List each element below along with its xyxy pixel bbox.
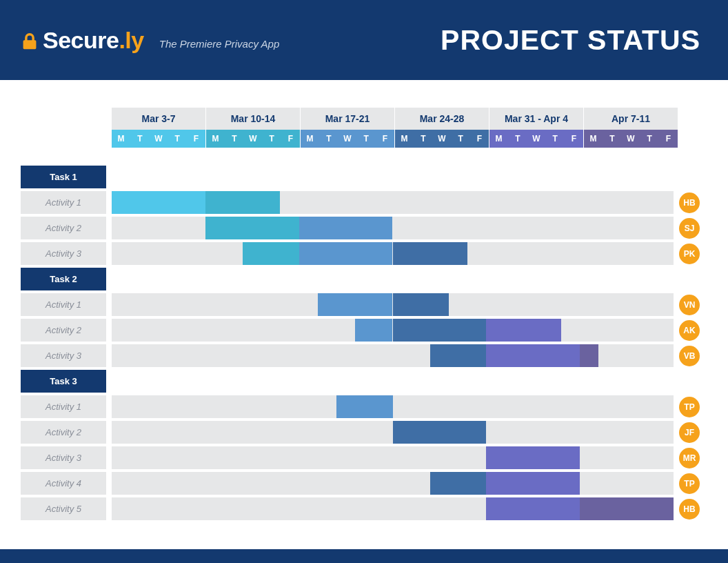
activity-row: Activity 3MR: [21, 445, 707, 471]
day-row: MTWTF: [584, 130, 678, 148]
owner-avatar: TP: [679, 397, 700, 417]
gantt-segment: [486, 446, 580, 469]
gantt-track: [112, 344, 674, 367]
task-header-row: Task 1: [21, 164, 707, 190]
week-label: Mar 31 - Apr 4: [489, 108, 583, 130]
day-cell: T: [452, 130, 470, 148]
tagline: The Premiere Privacy App: [159, 38, 280, 50]
activity-label: Activity 1: [21, 395, 106, 418]
gantt-segment: [486, 344, 580, 367]
brand-ly: ly: [125, 27, 143, 53]
footer-bar: [0, 549, 728, 563]
day-cell: M: [301, 130, 319, 148]
activity-label: Activity 2: [21, 319, 106, 342]
gantt-chart: Mar 3-7MTWTFMar 10-14MTWTFMar 17-21MTWTF…: [0, 80, 728, 549]
day-cell: F: [659, 130, 678, 148]
activity-row: Activity 3VB: [21, 343, 707, 368]
gantt-segment: [336, 395, 393, 418]
day-cell: F: [376, 130, 394, 148]
week-label: Mar 24-28: [395, 108, 489, 130]
gantt-track: [112, 319, 674, 342]
activity-row: Activity 2AK: [21, 317, 707, 343]
task-header-row: Task 2: [21, 266, 707, 292]
owner-avatar: SJ: [679, 218, 700, 239]
activity-row: Activity 3PK: [21, 241, 707, 266]
week-column: Mar 24-28MTWTF: [395, 108, 489, 148]
day-cell: T: [357, 130, 376, 148]
gantt-track: [112, 242, 674, 265]
activity-row: Activity 2SJ: [21, 215, 707, 241]
day-cell: W: [621, 130, 640, 148]
activity-row: Activity 1VN: [21, 292, 707, 317]
task-label: Task 2: [21, 268, 106, 290]
day-cell: W: [338, 130, 356, 148]
gantt-segment: [318, 293, 393, 316]
gantt-segment: [299, 242, 393, 265]
day-cell: W: [432, 130, 451, 148]
gantt-segment: [430, 344, 487, 367]
day-cell: F: [470, 130, 489, 148]
day-cell: M: [395, 130, 414, 148]
gantt-segment: [205, 191, 281, 214]
day-cell: M: [206, 130, 225, 148]
day-cell: T: [225, 130, 243, 148]
owner-avatar: AK: [679, 320, 700, 341]
owner-avatar: JF: [679, 422, 700, 443]
app-header: Secure.ly The Premiere Privacy App PROJE…: [0, 0, 728, 80]
owner-avatar: TP: [679, 473, 700, 494]
gantt-segment: [393, 421, 487, 444]
gantt-segment: [486, 319, 561, 342]
task-header-row: Task 3: [21, 368, 707, 394]
gantt-track: [112, 395, 674, 418]
gantt-segment: [393, 293, 449, 316]
day-cell: T: [168, 130, 187, 148]
gantt-segment: [430, 472, 487, 495]
activity-label: Activity 3: [21, 344, 106, 367]
gantt-track: [112, 497, 674, 520]
day-row: MTWTF: [301, 130, 394, 148]
gantt-track: [112, 217, 674, 239]
day-cell: W: [149, 130, 168, 148]
week-label: Mar 17-21: [301, 108, 394, 130]
week-column: Mar 17-21MTWTF: [301, 108, 394, 148]
day-cell: M: [489, 130, 508, 148]
day-cell: T: [263, 130, 281, 148]
week-column: Mar 10-14MTWTF: [206, 108, 300, 148]
gantt-track: [112, 472, 674, 495]
gantt-segment: [393, 319, 487, 342]
owner-avatar: HB: [679, 192, 700, 213]
week-label: Mar 3-7: [112, 108, 205, 130]
brand-block: Secure.ly The Premiere Privacy App: [22, 27, 279, 54]
activity-row: Activity 4TP: [21, 471, 707, 496]
gantt-track: [112, 446, 674, 469]
gantt-rows: Task 1Activity 1HBActivity 2SJActivity 3…: [21, 164, 707, 522]
task-label: Task 1: [21, 166, 106, 188]
day-row: MTWTF: [112, 130, 205, 148]
brand-secure: Secure: [43, 27, 119, 53]
activity-row: Activity 1HB: [21, 190, 707, 215]
brand-name: Secure.ly: [43, 27, 144, 54]
day-cell: W: [243, 130, 262, 148]
gantt-segment: [243, 242, 299, 265]
gantt-track: [112, 293, 674, 316]
day-row: MTWTF: [489, 130, 583, 148]
owner-avatar: MR: [679, 448, 700, 468]
activity-row: Activity 2JF: [21, 419, 707, 445]
owner-avatar: VN: [679, 295, 700, 315]
day-row: MTWTF: [206, 130, 300, 148]
day-cell: T: [546, 130, 565, 148]
activity-label: Activity 1: [21, 293, 106, 316]
gantt-segment: [112, 191, 205, 214]
day-cell: T: [414, 130, 432, 148]
gantt-segment: [355, 319, 392, 342]
gantt-segment: [393, 242, 468, 265]
activity-label: Activity 3: [21, 446, 106, 469]
activity-label: Activity 4: [21, 472, 106, 495]
activity-row: Activity 5HB: [21, 496, 707, 522]
activity-label: Activity 2: [21, 217, 106, 239]
day-cell: M: [584, 130, 603, 148]
gantt-segment: [486, 497, 580, 520]
week-column: Apr 7-11MTWTF: [584, 108, 678, 148]
day-cell: W: [527, 130, 545, 148]
gantt-segment: [205, 217, 299, 239]
